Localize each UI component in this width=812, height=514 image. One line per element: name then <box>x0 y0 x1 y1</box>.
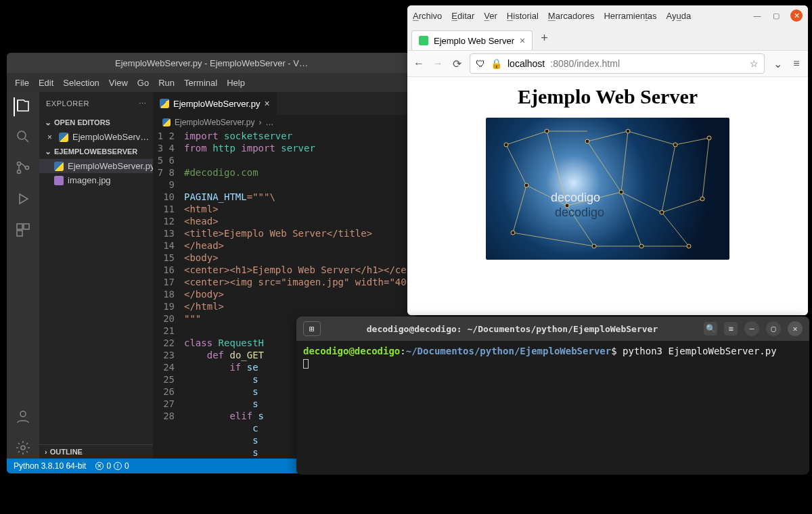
reload-icon[interactable]: ⟳ <box>451 57 463 70</box>
menu-selection[interactable]: Selection <box>63 78 99 88</box>
ff-menu-historial[interactable]: Historial <box>507 11 539 21</box>
svg-line-9 <box>506 131 547 145</box>
svg-point-7 <box>20 411 26 417</box>
svg-point-34 <box>626 129 630 133</box>
svg-point-2 <box>18 170 21 174</box>
explorer-more-icon[interactable]: ⋯ <box>139 99 147 108</box>
svg-line-21 <box>662 145 675 212</box>
activity-settings-icon[interactable] <box>15 440 31 459</box>
menu-edit[interactable]: Edit <box>39 78 53 88</box>
svg-line-11 <box>587 131 628 141</box>
status-problems[interactable]: ✕0 !0 <box>95 461 129 471</box>
terminal-menu-icon[interactable]: ≡ <box>724 322 738 335</box>
svg-point-44 <box>639 244 644 248</box>
new-tab-button[interactable]: + <box>535 27 554 49</box>
tab-close-icon[interactable]: × <box>520 35 525 46</box>
lock-icon[interactable]: 🔒 <box>491 58 502 69</box>
svg-line-13 <box>675 138 709 145</box>
menu-terminal[interactable]: Terminal <box>184 78 217 88</box>
window-minimize-icon[interactable]: — <box>752 11 762 20</box>
window-close-icon[interactable]: ✕ <box>788 321 803 336</box>
svg-line-22 <box>513 185 526 233</box>
svg-line-14 <box>506 145 526 185</box>
ff-menu-editar[interactable]: Editar <box>451 11 474 21</box>
svg-point-33 <box>585 139 589 143</box>
svg-point-36 <box>707 136 711 140</box>
error-icon: ✕ <box>95 462 104 470</box>
svg-point-40 <box>660 210 664 214</box>
tab-close-icon[interactable]: × <box>264 98 269 109</box>
svg-line-26 <box>702 138 709 199</box>
svg-line-18 <box>662 199 702 212</box>
editor-breadcrumbs[interactable]: EjemploWebServer.py › … <box>153 115 416 130</box>
prompt-path: ~/Documentos/python/EjemploWebServer <box>406 346 611 356</box>
firefox-viewport[interactable]: Ejemplo Web Server <box>407 77 808 315</box>
window-close-icon[interactable]: ✕ <box>790 9 803 22</box>
activity-debug-icon[interactable] <box>15 191 31 210</box>
image-file-icon <box>54 176 64 185</box>
back-icon[interactable]: ← <box>413 57 425 70</box>
terminal-new-tab-icon[interactable]: ⊞ <box>303 321 321 336</box>
pocket-icon[interactable]: ⌄ <box>771 57 784 70</box>
terminal-search-icon[interactable]: 🔍 <box>704 322 717 335</box>
editor-tabs: EjemploWebServer.py × <box>153 92 416 115</box>
url-bar[interactable]: 🛡 🔒 localhost:8080/index.html ☆ <box>470 53 765 74</box>
terminal-body[interactable]: decodigo@decodigo:~/Documentos/python/Ej… <box>296 341 809 475</box>
python-file-icon <box>59 133 68 142</box>
ff-menu-ver[interactable]: Ver <box>484 11 497 21</box>
svg-point-3 <box>26 166 29 170</box>
editor-tab[interactable]: EjemploWebServer.py × <box>153 92 277 115</box>
activity-accounts-icon[interactable] <box>15 408 31 427</box>
svg-point-37 <box>524 183 528 187</box>
terminal-titlebar[interactable]: ⊞ decodigo@decodigo: ~/Documentos/python… <box>296 317 809 341</box>
svg-line-28 <box>513 233 594 246</box>
window-maximize-icon[interactable]: ▢ <box>771 11 781 20</box>
file-item-img[interactable]: imagen.jpg <box>39 173 153 187</box>
svg-rect-6 <box>17 231 22 236</box>
svg-line-24 <box>621 192 641 246</box>
activity-explorer-icon[interactable] <box>14 97 31 116</box>
window-maximize-icon[interactable]: ▢ <box>766 321 781 336</box>
open-editor-item[interactable]: × EjemploWebServ… <box>39 130 153 144</box>
menu-go[interactable]: Go <box>137 78 149 88</box>
hamburger-menu-icon[interactable]: ≡ <box>790 57 803 70</box>
project-section[interactable]: EJEMPLOWEBSERVER <box>39 144 153 159</box>
ff-menu-marcadores[interactable]: Marcadores <box>548 11 595 21</box>
activity-extensions-icon[interactable] <box>15 222 31 241</box>
vscode-titlebar[interactable]: EjemploWebServer.py - EjemploWebServer -… <box>7 53 416 73</box>
window-minimize-icon[interactable]: — <box>744 321 759 336</box>
terminal-title: decodigo@decodigo: ~/Documentos/python/E… <box>328 324 697 334</box>
activity-search-icon[interactable] <box>15 128 31 147</box>
svg-rect-5 <box>24 224 29 229</box>
forward-icon[interactable]: → <box>432 57 444 70</box>
ff-menu-archivo[interactable]: AArchivorchivo <box>413 11 442 21</box>
explorer-header: EXPLORER <box>46 99 89 108</box>
vscode-title: EjemploWebServer.py - EjemploWebServer -… <box>115 58 308 68</box>
svg-point-31 <box>504 143 508 147</box>
svg-point-35 <box>673 143 677 147</box>
firefox-tab[interactable]: Ejemplo Web Server × <box>411 30 533 50</box>
status-python[interactable]: Python 3.8.10 64-bit <box>14 461 86 471</box>
shield-icon[interactable]: 🛡 <box>476 58 485 69</box>
menu-view[interactable]: View <box>109 78 128 88</box>
activity-scm-icon[interactable] <box>15 160 31 179</box>
ff-menu-ayuda[interactable]: Ayuda <box>667 11 692 21</box>
menu-help[interactable]: Help <box>227 78 245 88</box>
open-editors-section[interactable]: OPEN EDITORS <box>39 115 153 130</box>
menu-file[interactable]: File <box>15 78 29 88</box>
url-rest: :8080/index.html <box>550 58 620 69</box>
terminal-command: python3 EjemploWebServer.py <box>623 346 777 356</box>
svg-point-42 <box>511 231 515 235</box>
file-item-py[interactable]: EjemploWebServer.py <box>39 159 153 173</box>
vscode-menubar: File Edit Selection View Go Run Terminal… <box>7 73 416 92</box>
python-file-icon <box>162 118 171 126</box>
bookmark-star-icon[interactable]: ☆ <box>750 58 759 69</box>
close-icon[interactable]: × <box>47 133 52 142</box>
outline-section[interactable]: OUTLINE <box>39 444 153 459</box>
menu-run[interactable]: Run <box>158 78 175 88</box>
svg-point-8 <box>21 446 25 450</box>
vscode-sidebar: EXPLORER ⋯ OPEN EDITORS × EjemploWebServ… <box>39 92 153 459</box>
ff-menu-herramientas[interactable]: Herramientas <box>604 11 656 21</box>
svg-point-41 <box>700 197 704 201</box>
image-brand-text: decodigo <box>551 191 600 205</box>
